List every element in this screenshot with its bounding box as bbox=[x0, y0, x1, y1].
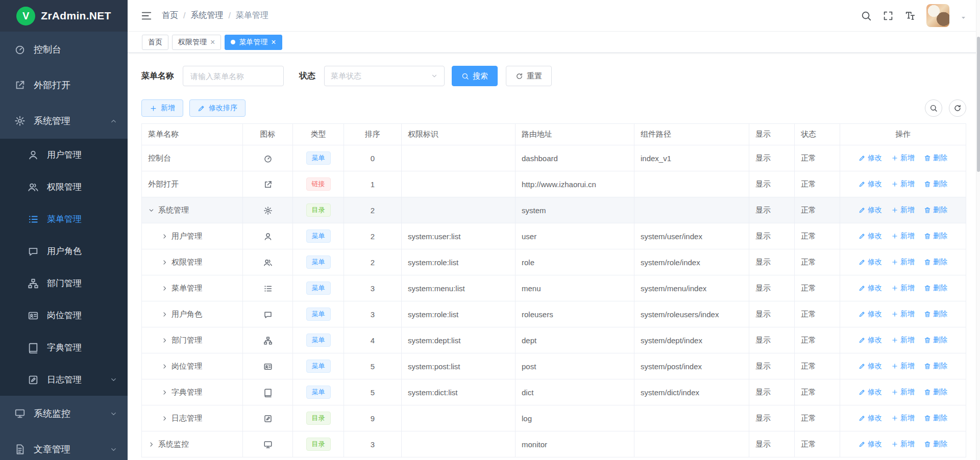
row-delete-button[interactable]: 删除 bbox=[924, 362, 947, 371]
row-delete-button[interactable]: 删除 bbox=[924, 440, 947, 449]
row-edit-button[interactable]: 修改 bbox=[859, 154, 882, 163]
row-delete-button[interactable]: 删除 bbox=[924, 414, 947, 423]
sidebar-item-menu-manage[interactable]: 菜单管理 bbox=[0, 203, 128, 235]
row-delete-button[interactable]: 删除 bbox=[924, 258, 947, 267]
sidebar-item-external-link[interactable]: 外部打开 bbox=[0, 67, 128, 103]
row-add-button[interactable]: 新增 bbox=[891, 232, 915, 241]
tab-close-icon[interactable]: × bbox=[271, 38, 276, 46]
header-search-icon[interactable] bbox=[861, 10, 872, 21]
sidebar-item-dept-manage[interactable]: 部门管理 bbox=[0, 267, 128, 299]
add-button[interactable]: 新增 bbox=[141, 99, 183, 117]
menu-type-cell: 目录 bbox=[293, 431, 344, 457]
row-edit-button[interactable]: 修改 bbox=[859, 232, 882, 241]
sidebar-item-user-role[interactable]: 用户角色 bbox=[0, 235, 128, 267]
sidebar-item-dict-manage[interactable]: 字典管理 bbox=[0, 331, 128, 364]
type-tag: 目录 bbox=[306, 412, 331, 425]
chevron-right-icon[interactable] bbox=[148, 441, 155, 448]
row-add-button[interactable]: 新增 bbox=[891, 258, 915, 267]
menu-table: 菜单名称图标类型排序权限标识路由地址组件路径显示状态操作 控制台菜单0dashb… bbox=[141, 123, 966, 457]
row-edit-button[interactable]: 修改 bbox=[859, 258, 882, 267]
row-edit-button[interactable]: 修改 bbox=[859, 310, 882, 319]
menu-name-input[interactable] bbox=[183, 66, 284, 86]
visible-cell: 显示 bbox=[749, 197, 795, 223]
app-title: ZrAdmin.NET bbox=[41, 10, 111, 22]
sidebar-item-log-manage[interactable]: 日志管理 bbox=[0, 364, 128, 396]
chevron-right-icon[interactable] bbox=[161, 259, 168, 266]
row-edit-button[interactable]: 修改 bbox=[859, 440, 882, 449]
menu-name-cell: 控制台 bbox=[142, 145, 243, 171]
sidebar-item-user-manage[interactable]: 用户管理 bbox=[0, 139, 128, 171]
op-label: 删除 bbox=[933, 258, 947, 267]
row-add-button[interactable]: 新增 bbox=[891, 388, 915, 397]
toggle-search-button[interactable] bbox=[925, 99, 942, 117]
chevron-right-icon[interactable] bbox=[161, 233, 168, 240]
perm-cell bbox=[402, 405, 516, 431]
avatar[interactable] bbox=[926, 4, 949, 27]
tab-home[interactable]: 首页 bbox=[142, 35, 168, 50]
row-add-button[interactable]: 新增 bbox=[891, 414, 915, 423]
tab-role-manage[interactable]: 权限管理× bbox=[172, 35, 221, 50]
row-add-button[interactable]: 新增 bbox=[891, 336, 915, 345]
row-edit-button[interactable]: 修改 bbox=[859, 206, 882, 215]
row-add-button[interactable]: 新增 bbox=[891, 362, 915, 371]
search-button[interactable]: 搜索 bbox=[452, 66, 498, 86]
row-edit-button[interactable]: 修改 bbox=[859, 388, 882, 397]
sidebar-item-system-manage[interactable]: 系统管理 bbox=[0, 103, 128, 139]
chevron-right-icon[interactable] bbox=[161, 363, 168, 370]
plus-icon bbox=[150, 105, 157, 112]
sidebar-item-dashboard[interactable]: 控制台 bbox=[0, 32, 128, 67]
row-edit-button[interactable]: 修改 bbox=[859, 284, 882, 293]
row-add-button[interactable]: 新增 bbox=[891, 310, 915, 319]
breadcrumb-item[interactable]: 系统管理 bbox=[190, 10, 223, 21]
sort-cell: 2 bbox=[344, 197, 402, 223]
sidebar-item-role-manage[interactable]: 权限管理 bbox=[0, 171, 128, 203]
sidebar-item-article-manage[interactable]: 文章管理 bbox=[0, 431, 128, 460]
row-delete-button[interactable]: 删除 bbox=[924, 388, 947, 397]
row-delete-button[interactable]: 删除 bbox=[924, 284, 947, 293]
sort-cell: 9 bbox=[344, 405, 402, 431]
sidebar-item-post-manage[interactable]: 岗位管理 bbox=[0, 299, 128, 331]
chevron-right-icon[interactable] bbox=[161, 415, 168, 422]
row-delete-button[interactable]: 删除 bbox=[924, 206, 947, 215]
chevron-down-icon bbox=[110, 410, 117, 418]
menu-name-cell: 用户角色 bbox=[142, 301, 243, 327]
chevron-right-icon[interactable] bbox=[161, 311, 168, 318]
chevron-down-icon[interactable] bbox=[148, 207, 155, 214]
chevron-right-icon[interactable] bbox=[161, 389, 168, 396]
row-delete-button[interactable]: 删除 bbox=[924, 180, 947, 189]
breadcrumb-item[interactable]: 首页 bbox=[162, 10, 178, 21]
tab-menu-manage[interactable]: 菜单管理× bbox=[225, 35, 282, 50]
refresh-table-button[interactable] bbox=[949, 99, 966, 117]
status-select[interactable]: 菜单状态 bbox=[324, 66, 445, 86]
page-scrollbar[interactable] bbox=[976, 0, 980, 460]
row-delete-button[interactable]: 删除 bbox=[924, 154, 947, 163]
table-row-menu: 菜单管理菜单3system:menu:listmenusystem/menu/i… bbox=[142, 275, 966, 301]
plus-icon bbox=[891, 155, 898, 162]
fullscreen-icon[interactable] bbox=[883, 10, 894, 21]
sidebar-item-label: 用户管理 bbox=[47, 149, 82, 161]
row-add-button[interactable]: 新增 bbox=[891, 206, 915, 215]
row-add-button[interactable]: 新增 bbox=[891, 180, 915, 189]
row-delete-button[interactable]: 删除 bbox=[924, 336, 947, 345]
font-size-icon[interactable] bbox=[904, 10, 916, 21]
row-edit-button[interactable]: 修改 bbox=[859, 362, 882, 371]
row-add-button[interactable]: 新增 bbox=[891, 284, 915, 293]
chevron-right-icon[interactable] bbox=[161, 285, 168, 292]
row-add-button[interactable]: 新增 bbox=[891, 154, 915, 163]
perm-cell: system:post:list bbox=[402, 353, 516, 379]
tab-close-icon[interactable]: × bbox=[210, 38, 215, 46]
sidebar-item-system-monitor[interactable]: 系统监控 bbox=[0, 396, 128, 431]
row-delete-button[interactable]: 删除 bbox=[924, 310, 947, 319]
chevron-right-icon[interactable] bbox=[161, 337, 168, 344]
scrollbar-thumb[interactable] bbox=[977, 37, 980, 172]
row-add-button[interactable]: 新增 bbox=[891, 440, 915, 449]
avatar-caret-down-icon[interactable] bbox=[960, 13, 967, 22]
row-edit-button[interactable]: 修改 bbox=[859, 414, 882, 423]
row-edit-button[interactable]: 修改 bbox=[859, 180, 882, 189]
route-cell: http://www.izhaorui.cn bbox=[516, 171, 634, 197]
row-delete-button[interactable]: 删除 bbox=[924, 232, 947, 241]
reset-button[interactable]: 重置 bbox=[506, 66, 552, 86]
edit-sort-button[interactable]: 修改排序 bbox=[189, 99, 246, 117]
row-edit-button[interactable]: 修改 bbox=[859, 336, 882, 345]
hamburger-icon[interactable] bbox=[141, 10, 152, 21]
